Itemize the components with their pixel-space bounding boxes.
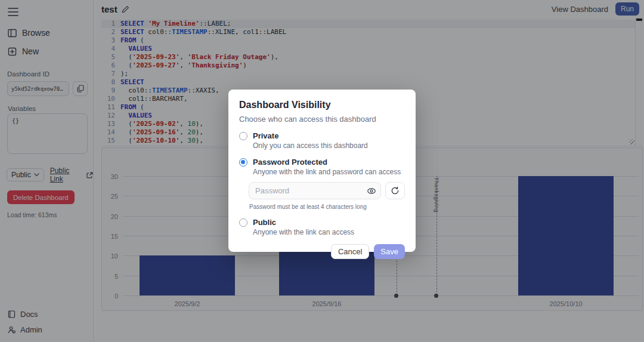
radio-public[interactable]: [239, 218, 247, 227]
radio-password-protected[interactable]: [239, 158, 247, 167]
modal-title: Dashboard Visibility: [239, 100, 405, 110]
dashboard-visibility-modal: Dashboard Visibility Choose who can acce…: [228, 90, 416, 252]
password-hint: Password must be at least 4 characters l…: [249, 204, 405, 210]
radio-password-protected-label: Password Protected: [253, 158, 327, 167]
save-button[interactable]: Save: [374, 244, 405, 259]
generate-password-button[interactable]: [385, 182, 405, 199]
radio-option-public[interactable]: Public: [239, 218, 405, 227]
cancel-button[interactable]: Cancel: [331, 244, 369, 259]
password-input[interactable]: [249, 182, 381, 199]
show-password-eye-icon[interactable]: [367, 186, 376, 196]
radio-password-protected-description: Anyone with the link and password can ac…: [253, 168, 405, 176]
radio-option-password-protected[interactable]: Password Protected: [239, 158, 405, 167]
radio-private-label: Private: [253, 131, 278, 140]
radio-public-description: Anyone with the link can access: [253, 228, 405, 236]
password-field-wrap: [249, 182, 381, 199]
modal-subtitle: Choose who can access this dashboard: [239, 115, 405, 124]
refresh-icon: [391, 186, 400, 195]
radio-private[interactable]: [239, 132, 247, 140]
radio-option-private[interactable]: Private: [239, 131, 405, 140]
radio-public-label: Public: [253, 218, 276, 227]
radio-private-description: Only you can access this dashboard: [253, 141, 405, 150]
